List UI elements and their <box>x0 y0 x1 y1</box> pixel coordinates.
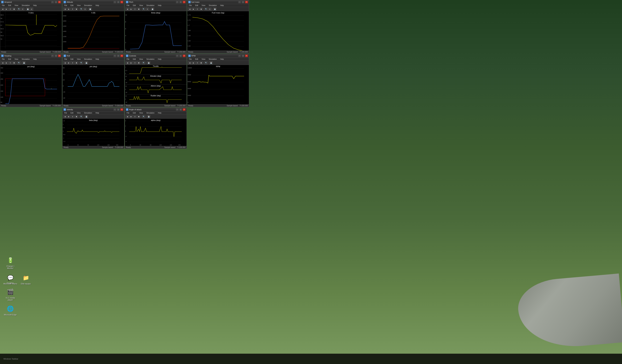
pitch-tb3[interactable]: ⏸ <box>133 8 136 11</box>
fuel-tb3[interactable]: ⏸ <box>195 8 199 11</box>
fuel-mass-close[interactable]: ✕ <box>245 1 248 3</box>
altitude-menu-help[interactable]: Help <box>95 4 100 7</box>
heading-menu-view[interactable]: View <box>14 58 19 60</box>
aoa-tb5[interactable]: 🔍 <box>142 115 145 118</box>
controls-close[interactable]: ✕ <box>183 55 186 57</box>
fuel-menu-file[interactable]: File <box>188 4 193 7</box>
fuel-tb6[interactable]: ⊕ <box>208 8 212 11</box>
pitch-menu-edit[interactable]: Edit <box>132 4 136 7</box>
controls-menu-view[interactable]: View <box>138 58 144 60</box>
airspeed-minimize[interactable]: − <box>51 1 54 3</box>
charger-monitor-icon[interactable]: 🔋 Charger | Monitor <box>3 256 17 269</box>
heading-minimize[interactable]: − <box>51 55 54 57</box>
aoa-tb1[interactable]: ◀ <box>126 115 129 118</box>
altitude-close[interactable]: ✕ <box>120 1 123 3</box>
ctrl-tb1[interactable]: ◀ <box>126 61 129 64</box>
heading-menu-simulation[interactable]: Simulation <box>21 58 31 60</box>
ctrl-tb2[interactable]: ▶ <box>129 61 133 64</box>
rpm-tb5[interactable]: 🔍 <box>204 61 208 64</box>
tb-btn-7[interactable]: 💾 <box>26 8 29 11</box>
fuel-menu-edit[interactable]: Edit <box>194 4 199 7</box>
roll-menu-simulation[interactable]: Simulation <box>83 58 93 60</box>
ctrl-tb5[interactable]: 🔍 <box>142 61 145 64</box>
aoa-menu-edit[interactable]: Edit <box>132 112 136 114</box>
sideslip-menu-simulation[interactable]: Simulation <box>83 112 93 114</box>
altitude-menu-edit[interactable]: Edit <box>70 4 74 7</box>
fuel-tb5[interactable]: 🔍 <box>204 8 208 11</box>
fuel-mass-minimize[interactable]: − <box>238 1 241 3</box>
heading-maximize[interactable]: □ <box>55 55 57 57</box>
aoa-menu-help[interactable]: Help <box>157 112 162 114</box>
vlc-icon[interactable]: 🎬 VLC media player <box>3 287 17 301</box>
pitch-tb2[interactable]: ▶ <box>129 8 133 11</box>
ctrl-tb3[interactable]: ⏸ <box>133 61 136 64</box>
rpm-maximize[interactable]: □ <box>242 55 244 57</box>
airspeed-menu-file[interactable]: File <box>1 4 5 7</box>
rpm-menu-file[interactable]: File <box>188 58 193 60</box>
pitch-menu-view[interactable]: View <box>138 4 144 7</box>
roll-close[interactable]: ✕ <box>120 55 123 57</box>
airspeed-menu-view[interactable]: View <box>14 4 19 7</box>
ss-tb1[interactable]: ◀ <box>63 115 67 118</box>
alt-tb3[interactable]: ⏸ <box>71 8 74 11</box>
controls-minimize[interactable]: − <box>176 55 179 57</box>
controls-menu-help[interactable]: Help <box>157 58 162 60</box>
heading-menu-edit[interactable]: Edit <box>7 58 12 60</box>
sideslip-menu-file[interactable]: File <box>64 112 68 114</box>
edge-icon[interactable]: 🌐 Microsoft Edge <box>3 304 17 316</box>
aoa-tb2[interactable]: ▶ <box>129 115 133 118</box>
fuel-menu-simulation[interactable]: Simulation <box>208 4 217 7</box>
pitch-menu-file[interactable]: File <box>126 4 130 7</box>
aoa-menu-simulation[interactable]: Simulation <box>146 112 155 114</box>
rpm-tb6[interactable]: 💾 <box>209 61 213 64</box>
roll-tb6[interactable]: 💾 <box>85 61 88 64</box>
aoa-menu-view[interactable]: View <box>138 112 144 114</box>
airspeed-menu-help[interactable]: Help <box>33 4 38 7</box>
sideslip-menu-view[interactable]: View <box>76 112 81 114</box>
aoa-tb4[interactable]: ⏹ <box>137 115 140 118</box>
alt-tb2[interactable]: ▶ <box>67 8 70 11</box>
alt-tb7[interactable]: 💾 <box>88 8 92 11</box>
roll-maximize[interactable]: □ <box>117 55 120 57</box>
roll-menu-file[interactable]: File <box>64 58 68 60</box>
controls-menu-file[interactable]: File <box>126 58 130 60</box>
fuel-tb7[interactable]: 💾 <box>213 8 216 11</box>
ss-tb5[interactable]: 🔍 <box>79 115 83 118</box>
pitch-tb4[interactable]: ⏹ <box>137 8 140 11</box>
sideslip-maximize[interactable]: □ <box>117 108 120 111</box>
heading-menu-file[interactable]: File <box>1 58 5 60</box>
rpm-tb3[interactable]: ⏸ <box>195 61 199 64</box>
roll-tb4[interactable]: ⏹ <box>75 61 78 64</box>
airspeed-close[interactable]: ✕ <box>58 1 61 3</box>
rpm-tb1[interactable]: ◀ <box>188 61 191 64</box>
hdg-tb5[interactable]: 🔍 <box>17 61 21 64</box>
aoa-maximize[interactable]: □ <box>179 108 182 111</box>
aoa-tb3[interactable]: ⏸ <box>133 115 136 118</box>
controls-maximize[interactable]: □ <box>179 55 182 57</box>
fuel-mass-maximize[interactable]: □ <box>242 1 244 3</box>
hdg-tb2[interactable]: ▶ <box>5 61 8 64</box>
ctrl-tb6[interactable]: 💾 <box>147 61 150 64</box>
elite-icon[interactable]: 📁 Elite equipo <box>19 273 33 285</box>
fuel-menu-help[interactable]: Help <box>220 4 225 7</box>
roll-menu-edit[interactable]: Edit <box>70 58 74 60</box>
pitch-tb1[interactable]: ◀ <box>126 8 129 11</box>
aoa-menu-file[interactable]: File <box>126 112 130 114</box>
ctrl-tb4[interactable]: ⏹ <box>137 61 140 64</box>
alt-tb1[interactable]: ◀ <box>63 8 67 11</box>
ss-tb3[interactable]: ⏸ <box>71 115 74 118</box>
fuel-tb1[interactable]: ◀ <box>188 8 191 11</box>
fuel-tb4[interactable]: ⏹ <box>199 8 203 11</box>
tb-btn-3[interactable]: ⏸ <box>8 8 12 11</box>
roll-tb5[interactable]: 🔍 <box>79 61 83 64</box>
sideslip-close[interactable]: ✕ <box>120 108 123 111</box>
pitch-tb7[interactable]: 💾 <box>151 8 154 11</box>
hdg-tb1[interactable]: ◀ <box>1 61 4 64</box>
roll-tb3[interactable]: ⏸ <box>71 61 74 64</box>
roll-minimize[interactable]: − <box>114 55 116 57</box>
aoa-minimize[interactable]: − <box>176 108 179 111</box>
rpm-menu-view[interactable]: View <box>201 58 206 60</box>
alt-tb6[interactable]: ⊕ <box>83 8 87 11</box>
controls-menu-simulation[interactable]: Simulation <box>146 58 155 60</box>
teams-icon[interactable]: 💬 Microsoft Teams <box>3 273 17 285</box>
